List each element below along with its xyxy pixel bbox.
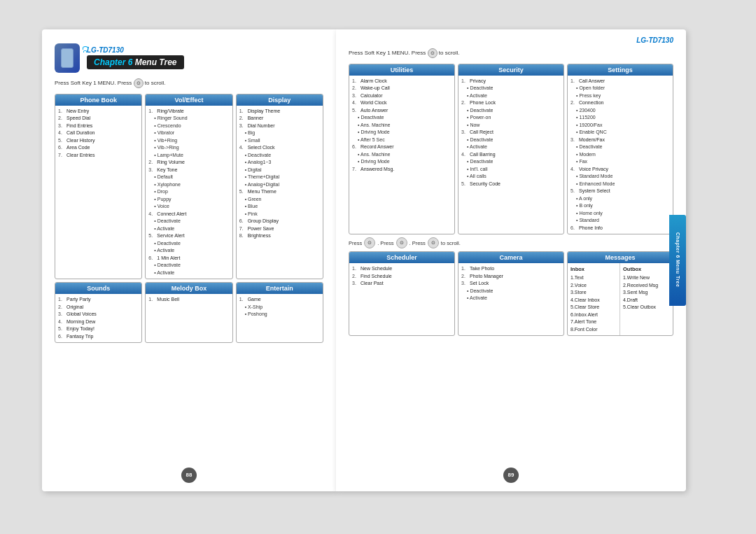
sounds-body: 1.Party Party 2.Original 3.Global Voices…: [55, 294, 141, 342]
brand-label: LG-TD7130: [87, 46, 184, 54]
list-item: Deactivate: [570, 143, 670, 151]
list-item: Lamp+Mute: [148, 152, 229, 160]
list-item: 1.Take Photo: [461, 265, 561, 273]
list-item: 2.Wake-up Call: [352, 85, 451, 92]
list-item: After 5 Sec: [352, 136, 451, 144]
list-item: 8.Font Color: [570, 326, 617, 334]
list-item: 5.Auto Answer: [352, 107, 451, 115]
list-item: 2.Connection: [570, 99, 670, 107]
utilities-body: 1.Alarm Clock 2.Wake-up Call 3.Calculato…: [349, 76, 454, 176]
page-number-left: 88: [181, 468, 197, 483]
list-item: Voice: [148, 203, 229, 211]
page-container: LG-TD7130 Chapter 6 Menu Tree Press Soft…: [0, 0, 756, 534]
list-item: Puppy: [148, 196, 229, 204]
list-item: 4.Call Barring: [461, 151, 561, 159]
phone-book-header: Phone Book: [55, 94, 141, 106]
right-page: LG-TD7130 Press Soft Key 1 MENU. Press ⊙…: [336, 29, 686, 491]
chapter-title-block: Chapter 6 Menu Tree: [87, 55, 184, 69]
list-item: Int'l. call: [461, 166, 561, 174]
right-brand-label: LG-TD7130: [636, 36, 673, 44]
settings-header: Settings: [568, 64, 673, 76]
list-item: Big: [239, 129, 320, 137]
list-item: 3.Dial Number: [239, 122, 320, 130]
security-header: Security: [458, 64, 564, 76]
list-item: Power-on: [461, 114, 561, 122]
list-item: Deactivate: [352, 114, 451, 122]
messages-section: Messages Inbox 1.Text 2.Voice 3.Store 4.…: [567, 251, 673, 336]
signal-icon: [83, 46, 88, 52]
nav-button-right: ⊙: [396, 237, 407, 248]
list-item: 1.Game: [239, 296, 320, 304]
list-item: 5.Enjoy Today!: [58, 325, 139, 333]
display-header: Display: [237, 94, 323, 106]
sounds-header: Sounds: [55, 283, 141, 294]
list-item: 1.Party Party: [58, 296, 139, 304]
list-item: 1.Alarm Clock: [352, 78, 451, 85]
list-item: 6.1 Min Alert: [148, 255, 229, 262]
security-body: 1.Privacy Deactivate Activate 2.Phone Lo…: [458, 76, 564, 190]
list-item: Deactivate: [461, 107, 561, 115]
list-item: Activate: [461, 143, 561, 151]
list-item: 6.Inbox Alert: [570, 311, 617, 319]
list-item: 3.Key Tone: [148, 167, 229, 174]
melody-box-header: Melody Box: [146, 283, 232, 294]
list-item: 2.Phone Lock: [461, 99, 561, 107]
list-item: 6.Area Code: [58, 144, 139, 152]
list-item: 5.Security Code: [461, 181, 561, 188]
phone-book-body: 1.New Entry 2.Speed Dial 3.Find Entries …: [55, 106, 141, 162]
melody-box-body: 1.Music Bell: [146, 294, 232, 306]
list-item: 3.Set Lock: [461, 280, 561, 288]
list-item: 1.Display Theme: [239, 108, 320, 115]
list-item: 115200: [570, 114, 670, 122]
display-body: 1.Display Theme 2.Banner 3.Dial Number B…: [237, 106, 323, 242]
list-item: 7.Power Save: [239, 225, 320, 233]
left-header: LG-TD7130 Chapter 6 Menu Tree: [55, 43, 323, 73]
list-item: Activate: [148, 247, 229, 255]
scheduler-header: Scheduler: [349, 252, 454, 263]
phone-book-section: Phone Book 1.New Entry 2.Speed Dial 3.Fi…: [55, 94, 142, 280]
list-item: 1.Ring/Vibrate: [148, 108, 229, 115]
list-item: 3.Clear Past: [352, 280, 451, 288]
press-instruction-right: Press Soft Key 1 MENU. Press ⊙ to scroll…: [349, 48, 673, 58]
list-item: 6.Fantasy Trip: [58, 333, 139, 341]
list-item: Drop: [148, 188, 229, 196]
list-item: Ringer Sound: [148, 115, 229, 122]
scheduler-body: 1.New Schedule 2.Find Schedule 3.Clear P…: [349, 263, 454, 290]
list-item: Xylophone: [148, 181, 229, 189]
inbox-col: Inbox 1.Text 2.Voice 3.Store 4.Clear Inb…: [568, 263, 620, 335]
list-item: Activate: [148, 269, 229, 277]
list-item: 2.Received Msg: [623, 282, 670, 290]
sounds-section: Sounds 1.Party Party 2.Original 3.Global…: [55, 282, 142, 343]
utilities-section: Utilities 1.Alarm Clock 2.Wake-up Call 3…: [349, 64, 455, 235]
camera-body: 1.Take Photo 2.Photo Manager 3.Set Lock …: [458, 263, 564, 304]
list-item: 6.Group Display: [239, 218, 320, 225]
list-item: Crescendo: [148, 122, 229, 130]
list-item: Open folder: [570, 85, 670, 92]
list-item: Modem: [570, 151, 670, 159]
entertain-section: Entertain 1.Game X-Ship Poshong: [236, 282, 323, 343]
list-item: Deactivate: [148, 262, 229, 269]
list-item: 5.Clear Store: [570, 304, 617, 311]
list-item: Blue: [239, 203, 320, 211]
list-item: B only: [570, 202, 670, 210]
list-item: 1.Privacy: [461, 78, 561, 85]
list-item: Deactivate: [148, 240, 229, 248]
settings-section: Settings 1.Call Answer Open folder Press…: [567, 64, 673, 235]
list-item: X-Ship: [239, 304, 320, 311]
press-instruction-left: Press Soft Key 1 MENU. Press ⊙ to scroll…: [55, 78, 323, 88]
list-item: 2.Banner: [239, 115, 320, 122]
list-item: Standard Mode: [570, 173, 670, 181]
list-item: Activate: [461, 295, 561, 302]
inbox-label: Inbox: [570, 265, 617, 273]
list-item: 19200/Fax: [570, 122, 670, 129]
messages-header: Messages: [568, 252, 673, 263]
page-number-right: 89: [503, 468, 519, 483]
left-page: LG-TD7130 Chapter 6 Menu Tree Press Soft…: [42, 29, 336, 491]
list-item: Theme+Digital: [239, 174, 320, 181]
list-item: 2.Ring Volume: [148, 159, 229, 167]
list-item: Analog1~3: [239, 159, 320, 167]
list-item: 4.Select Clock: [239, 144, 320, 152]
list-item: Driving Mode: [352, 129, 451, 136]
phone-logo: [55, 43, 80, 73]
vol-effect-header: Vol/Effect: [146, 94, 232, 106]
